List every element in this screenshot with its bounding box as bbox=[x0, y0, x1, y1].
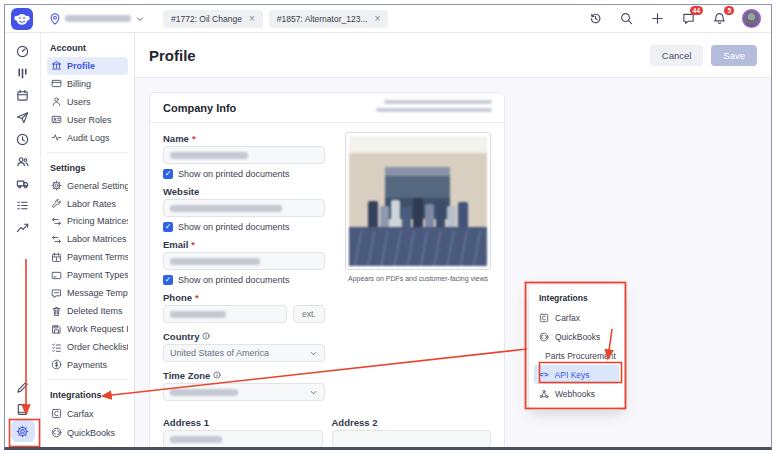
messages-button[interactable]: 44 bbox=[680, 11, 696, 27]
close-icon[interactable]: × bbox=[374, 14, 380, 24]
popup-item-api-keys[interactable]: <> API Keys bbox=[534, 365, 619, 384]
phone-field[interactable] bbox=[163, 305, 287, 323]
app-window: #1772: Oil Change × #1857: Alternator_12… bbox=[4, 4, 772, 450]
cancel-button[interactable]: Cancel bbox=[650, 45, 704, 66]
matrix-icon bbox=[51, 234, 62, 245]
add-button[interactable] bbox=[649, 11, 665, 27]
timezone-label: Time Zone bbox=[163, 369, 325, 381]
plus-icon bbox=[651, 12, 664, 25]
sidebar-item-work-request-form[interactable]: Work Request Form bbox=[47, 320, 128, 338]
rail-item-customers[interactable] bbox=[11, 150, 35, 172]
main-panel: Profile Cancel Save Company Info bbox=[135, 33, 771, 448]
popup-item-carfax[interactable]: Carfax bbox=[529, 308, 624, 327]
book-icon bbox=[16, 403, 29, 416]
tab-label: #1857: Alternator_123... bbox=[277, 14, 368, 24]
close-icon[interactable]: × bbox=[249, 14, 255, 24]
rail-item-vehicles[interactable] bbox=[11, 172, 35, 194]
sidebar-item-profile[interactable]: Profile bbox=[47, 57, 128, 75]
sidebar-item-user-roles[interactable]: User Roles bbox=[47, 111, 128, 129]
sidebar-item-message-templates[interactable]: Message Templates bbox=[47, 284, 128, 302]
sidebar-item-billing[interactable]: Billing bbox=[47, 75, 128, 93]
settings-sidebar: Account Profile Billing Users User Roles… bbox=[41, 33, 135, 448]
rail-item-dashboard[interactable] bbox=[11, 40, 35, 62]
rail-item-resources[interactable] bbox=[11, 398, 35, 420]
tab-order-1857[interactable]: #1857: Alternator_123... × bbox=[269, 10, 389, 28]
rail-item-workflow[interactable] bbox=[11, 62, 35, 84]
bank-icon bbox=[51, 60, 62, 71]
phone-ext-field[interactable] bbox=[293, 305, 325, 323]
company-photo[interactable] bbox=[345, 132, 491, 270]
matrix-icon bbox=[51, 216, 62, 227]
sidebar-item-order-checklist[interactable]: Order Checklist bbox=[47, 338, 128, 356]
save-button[interactable]: Save bbox=[711, 45, 757, 66]
phone-label: Phone* bbox=[163, 291, 325, 303]
sidebar-item-carfax[interactable]: Carfax bbox=[47, 404, 128, 423]
list-icon bbox=[16, 199, 29, 212]
country-select[interactable]: United States of America bbox=[163, 344, 325, 362]
location-selector[interactable] bbox=[49, 13, 145, 25]
rail-item-messages[interactable] bbox=[11, 106, 35, 128]
sidebar-item-audit-logs[interactable]: Audit Logs bbox=[47, 129, 128, 147]
popup-item-webhooks[interactable]: Webhooks bbox=[529, 384, 624, 403]
webhooks-icon bbox=[539, 389, 549, 399]
email-field[interactable] bbox=[163, 252, 325, 270]
timezone-select[interactable] bbox=[163, 383, 325, 401]
address2-field[interactable] bbox=[332, 430, 492, 448]
truck-icon bbox=[16, 177, 29, 190]
sidebar-item-payment-terms[interactable]: Payment Terms bbox=[47, 248, 128, 266]
info-icon bbox=[202, 332, 210, 340]
monkey-logo-icon bbox=[13, 10, 31, 28]
sidebar-item-payment-types[interactable]: Payment Types bbox=[47, 266, 128, 284]
address-section: Address 1 Address 2 City bbox=[150, 416, 504, 448]
messages-count-badge: 44 bbox=[690, 6, 703, 15]
dollar-circle-icon bbox=[51, 359, 62, 370]
gear-icon bbox=[51, 180, 62, 191]
sidebar-item-deleted-items[interactable]: Deleted Items bbox=[47, 302, 128, 320]
user-icon bbox=[51, 96, 62, 107]
card-title: Company Info bbox=[163, 102, 236, 114]
sidebar-item-users[interactable]: Users bbox=[47, 93, 128, 111]
quickbooks-icon bbox=[51, 427, 62, 438]
sidebar-item-labor-rates[interactable]: Labor Rates bbox=[47, 195, 128, 213]
search-button[interactable] bbox=[618, 11, 634, 27]
chevron-down-icon bbox=[309, 388, 318, 397]
rail-item-time-clock[interactable] bbox=[11, 128, 35, 150]
history-button[interactable] bbox=[587, 11, 603, 27]
rail-item-inventory[interactable] bbox=[11, 194, 35, 216]
content-area: Company Info Name* ✓ Show on prin bbox=[135, 78, 771, 448]
name-field[interactable] bbox=[163, 146, 325, 164]
rail-item-reports[interactable] bbox=[11, 216, 35, 238]
sidebar-item-payments[interactable]: Payments bbox=[47, 356, 128, 374]
sidebar-item-pricing-matrices[interactable]: Pricing Matrices bbox=[47, 213, 128, 231]
notifications-button[interactable]: 5 bbox=[711, 11, 727, 27]
notifications-count-badge: 5 bbox=[724, 6, 734, 15]
paper-plane-icon bbox=[16, 111, 29, 124]
website-field[interactable] bbox=[163, 199, 325, 217]
divider bbox=[47, 379, 128, 380]
rail-item-settings[interactable] bbox=[11, 420, 35, 442]
checkbox-checked[interactable]: ✓ bbox=[163, 222, 173, 232]
popup-item-quickbooks[interactable]: QuickBooks bbox=[529, 327, 624, 346]
checkbox-checked[interactable]: ✓ bbox=[163, 169, 173, 179]
website-label: Website bbox=[163, 185, 325, 197]
trend-chart-icon bbox=[16, 221, 29, 234]
people-icon bbox=[16, 155, 29, 168]
id-badge-icon bbox=[51, 114, 62, 125]
email-label: Email* bbox=[163, 238, 325, 250]
address1-field[interactable] bbox=[163, 430, 323, 448]
sidebar-item-general-settings[interactable]: General Settings bbox=[47, 177, 128, 195]
sidebar-item-labor-matrices[interactable]: Labor Matrices bbox=[47, 230, 128, 248]
rail-item-calendar[interactable] bbox=[11, 84, 35, 106]
rail-item-quick-actions[interactable] bbox=[11, 376, 35, 398]
open-order-tabs: #1772: Oil Change × #1857: Alternator_12… bbox=[163, 10, 388, 28]
shopmonkey-logo[interactable] bbox=[11, 8, 33, 30]
calendar-dollar-icon bbox=[51, 252, 62, 263]
checkbox-checked[interactable]: ✓ bbox=[163, 275, 173, 285]
history-icon bbox=[589, 12, 602, 25]
user-avatar[interactable] bbox=[742, 9, 761, 28]
name-label: Name* bbox=[163, 132, 325, 144]
topbar-actions: 44 5 bbox=[587, 9, 761, 28]
tab-order-1772[interactable]: #1772: Oil Change × bbox=[163, 10, 263, 28]
popup-item-parts-procurement[interactable]: Parts Procurement bbox=[529, 346, 624, 365]
sidebar-item-quickbooks[interactable]: QuickBooks bbox=[47, 423, 128, 442]
